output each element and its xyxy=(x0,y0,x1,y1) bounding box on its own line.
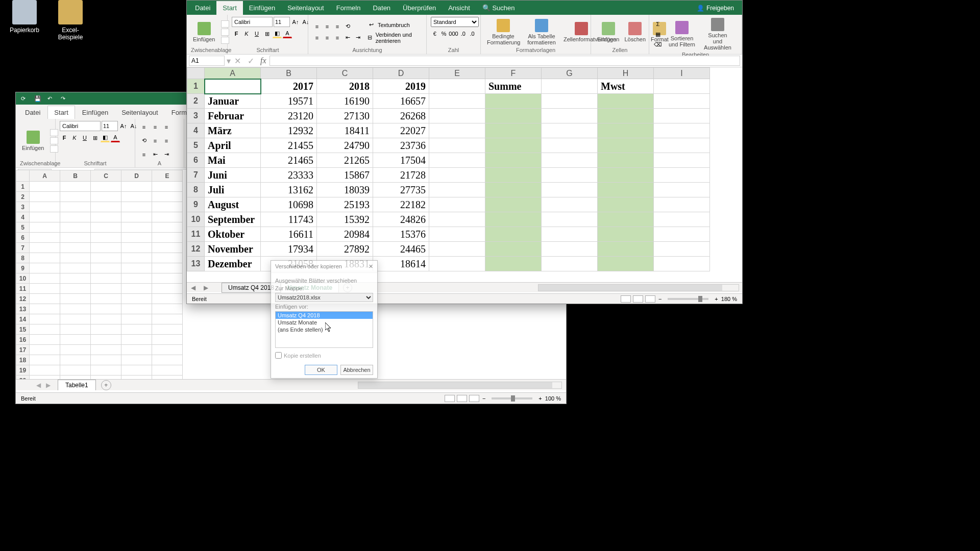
cell[interactable] xyxy=(30,233,60,243)
cell[interactable] xyxy=(30,345,60,355)
row-header[interactable]: 16 xyxy=(16,335,30,345)
cell[interactable] xyxy=(598,123,654,138)
cell[interactable] xyxy=(542,242,598,257)
column-header[interactable]: F xyxy=(485,68,542,79)
row-header[interactable]: 4 xyxy=(187,123,205,138)
italic-button[interactable]: K xyxy=(242,29,251,38)
column-header[interactable]: D xyxy=(121,170,152,182)
row-header[interactable]: 10 xyxy=(187,212,205,227)
border-icon[interactable]: ⊞ xyxy=(90,133,100,142)
cell[interactable] xyxy=(121,284,152,294)
row-header[interactable]: 6 xyxy=(187,153,205,168)
cell[interactable] xyxy=(205,79,261,94)
align-bot-icon[interactable]: ≡ xyxy=(333,22,342,31)
row-header[interactable]: 5 xyxy=(187,138,205,153)
cell[interactable] xyxy=(60,335,91,345)
ribbon-tab-daten[interactable]: Daten xyxy=(366,1,397,15)
row-header[interactable]: 11 xyxy=(187,227,205,242)
cell[interactable]: 27130 xyxy=(317,109,373,123)
cell[interactable] xyxy=(152,273,183,284)
align-left-icon[interactable]: ≡ xyxy=(312,33,322,42)
cell[interactable]: 23736 xyxy=(373,138,429,153)
cell[interactable]: 25193 xyxy=(317,197,373,212)
row-header[interactable]: 10 xyxy=(16,273,30,284)
cell[interactable] xyxy=(91,324,121,335)
cell[interactable] xyxy=(542,138,598,153)
list-item[interactable]: Umsatz Q4 2018 xyxy=(276,312,373,319)
cell[interactable] xyxy=(91,273,121,284)
clear-icon[interactable]: ⌫ xyxy=(653,40,663,49)
underline-button[interactable]: U xyxy=(252,29,261,38)
align-center-icon[interactable]: ≡ xyxy=(162,136,171,145)
cell[interactable]: 16657 xyxy=(373,94,429,109)
cell[interactable] xyxy=(152,253,183,263)
cell[interactable]: 18614 xyxy=(373,257,429,271)
cell[interactable] xyxy=(654,257,710,271)
cell[interactable] xyxy=(542,197,598,212)
close-icon[interactable]: ✕ xyxy=(369,263,373,270)
cell[interactable] xyxy=(91,304,121,314)
wrap-text-button[interactable]: ↩Textumbruch xyxy=(366,20,422,30)
cell[interactable] xyxy=(654,79,710,94)
zoom-level[interactable]: 180 % xyxy=(721,296,737,302)
row-header[interactable]: 3 xyxy=(16,202,30,212)
cell[interactable] xyxy=(91,345,121,355)
cell[interactable] xyxy=(60,314,91,324)
cell[interactable] xyxy=(542,183,598,197)
cell[interactable] xyxy=(429,109,485,123)
cell[interactable] xyxy=(429,123,485,138)
cell[interactable] xyxy=(121,263,152,273)
row-header[interactable]: 12 xyxy=(16,294,30,304)
find-select-button[interactable]: Suchen und Auswählen xyxy=(701,17,734,52)
autosum-icon[interactable]: Σ xyxy=(653,19,663,29)
cell[interactable] xyxy=(485,242,542,257)
page-layout-view-icon[interactable] xyxy=(633,295,643,303)
row-header[interactable]: 2 xyxy=(16,192,30,202)
align-mid-icon[interactable]: ≡ xyxy=(151,122,160,132)
cell[interactable] xyxy=(60,243,91,253)
cell[interactable] xyxy=(91,294,121,304)
row-header[interactable]: 11 xyxy=(16,284,30,294)
cell[interactable]: 24465 xyxy=(373,242,429,257)
cell[interactable]: Oktober xyxy=(205,227,261,242)
horizontal-scrollbar[interactable] xyxy=(538,284,739,291)
cell[interactable] xyxy=(30,284,60,294)
desktop-icon-folder[interactable]: Excel-Beispiele xyxy=(51,0,90,41)
ribbon-tab-formeln[interactable]: Formeln xyxy=(330,1,367,15)
cell[interactable] xyxy=(429,168,485,183)
fill-color-icon[interactable]: ◧ xyxy=(101,133,110,142)
cell[interactable] xyxy=(30,304,60,314)
page-break-view-icon[interactable] xyxy=(469,395,479,402)
cell[interactable]: 21455 xyxy=(261,138,317,153)
cell[interactable] xyxy=(598,183,654,197)
cell[interactable] xyxy=(654,242,710,257)
cell[interactable] xyxy=(152,233,183,243)
cell[interactable] xyxy=(91,243,121,253)
cell[interactable] xyxy=(121,233,152,243)
ribbon-tab-datei[interactable]: Datei xyxy=(19,106,46,119)
cell[interactable]: 13162 xyxy=(261,183,317,197)
cell[interactable]: November xyxy=(205,242,261,257)
cell[interactable] xyxy=(60,355,91,365)
zoom-level[interactable]: 100 % xyxy=(545,395,561,402)
sort-filter-button[interactable]: Sortieren und Filtern xyxy=(666,20,698,48)
cell[interactable]: 20984 xyxy=(317,227,373,242)
cell[interactable]: September xyxy=(205,212,261,227)
cell[interactable]: 11743 xyxy=(261,212,317,227)
cell[interactable] xyxy=(30,335,60,345)
row-header[interactable]: 12 xyxy=(187,242,205,257)
sheet-nav-prev-icon[interactable]: ◀ xyxy=(36,382,41,389)
cell[interactable] xyxy=(60,273,91,284)
align-top-icon[interactable]: ≡ xyxy=(312,22,322,31)
cell[interactable] xyxy=(30,355,60,365)
cell[interactable] xyxy=(60,294,91,304)
cancel-button[interactable]: Abbrechen xyxy=(340,365,373,375)
cell[interactable] xyxy=(152,222,183,233)
select-all-corner[interactable] xyxy=(187,68,205,79)
cell[interactable] xyxy=(654,227,710,242)
cell[interactable] xyxy=(485,183,542,197)
cell[interactable]: 24790 xyxy=(317,138,373,153)
cell[interactable] xyxy=(654,94,710,109)
cell[interactable]: 26268 xyxy=(373,109,429,123)
cell[interactable]: Mwst xyxy=(598,79,654,94)
